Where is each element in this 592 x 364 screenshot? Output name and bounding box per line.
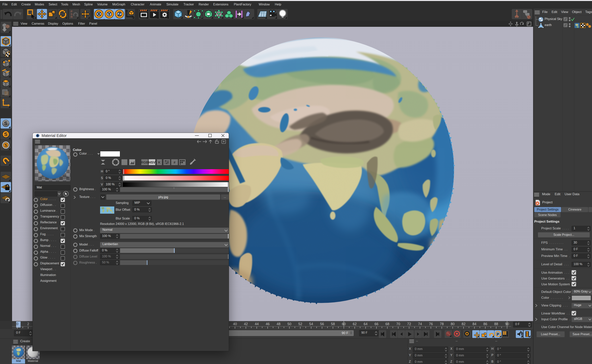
svg-text:S: S (5, 143, 7, 148)
svg-text:Z: Z (118, 11, 121, 17)
svg-text:R: R (71, 15, 73, 19)
svg-text:S: S (4, 120, 7, 126)
svg-text:#: # (174, 161, 176, 164)
svg-text:Y: Y (107, 11, 111, 17)
svg-text:P: P (497, 332, 499, 336)
svg-text:X: X (97, 11, 101, 17)
svg-text:K: K (158, 161, 161, 164)
svg-text:S: S (4, 131, 7, 137)
svg-text:HSV: HSV (149, 161, 156, 164)
svg-text:RGB: RGB (141, 161, 148, 164)
